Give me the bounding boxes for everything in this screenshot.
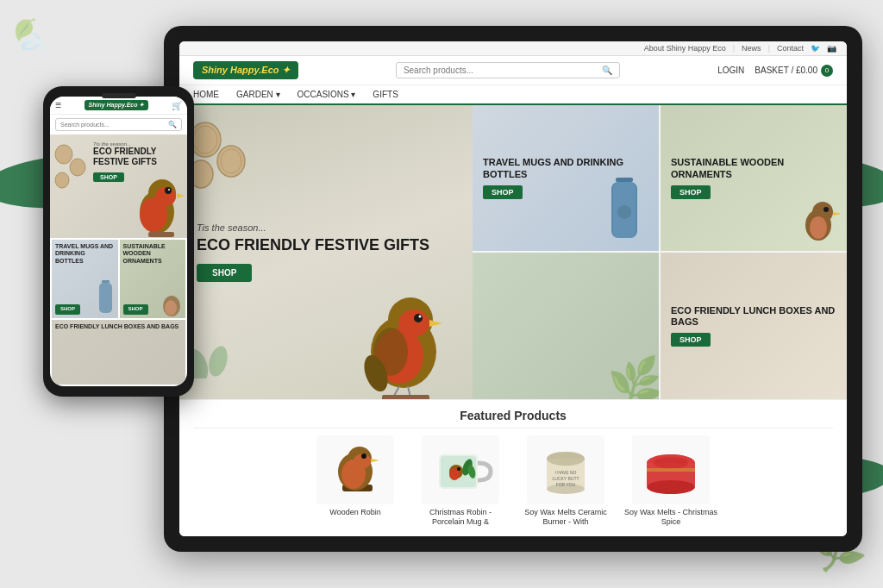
svg-rect-65 [148, 232, 174, 237]
contact-link[interactable]: Contact [777, 44, 804, 53]
phone-bird-icon [160, 289, 184, 316]
featured-products-title: Featured Products [193, 409, 833, 428]
nav-item-gifts[interactable]: GIFTS [373, 90, 398, 99]
nav-item-occasions[interactable]: OCCASIONS ▾ [297, 90, 356, 99]
svg-text:LUCKY BUTT: LUCKY BUTT [552, 476, 579, 481]
phone-device: ☰ Shiny Happy.Eco ✦ 🛒 🔍 [43, 86, 194, 397]
wood-slices-decoration [188, 118, 257, 208]
phone-header: ☰ Shiny Happy.Eco ✦ 🛒 [50, 97, 187, 115]
svg-point-0 [190, 122, 221, 157]
main-banner-heading: ECO FRIENDLY FESTIVE GIFTS [197, 236, 455, 255]
search-icon[interactable]: 🔍 [602, 66, 612, 75]
tablet-device: About Shiny Happy Eco | News | Contact 🐦… [164, 26, 862, 552]
phone-shop-button[interactable]: SHOP [93, 172, 124, 182]
main-banner-text: Tis the season... ECO FRIENDLY FESTIVE G… [197, 222, 455, 282]
search-bar-container: 🔍 [396, 62, 620, 78]
nav-item-home[interactable]: HOME [193, 90, 219, 99]
side-banner-ornaments-shop-button[interactable]: SHOP [671, 185, 711, 199]
site-logo[interactable]: Shiny Happy.Eco ✦ [193, 61, 298, 79]
utility-bar: About Shiny Happy Eco | News | Contact 🐦… [179, 41, 847, 56]
svg-rect-54 [647, 468, 695, 472]
phone-screen: ☰ Shiny Happy.Eco ✦ 🛒 🔍 [50, 97, 187, 386]
basket-count-badge: 0 [821, 65, 833, 77]
svg-point-63 [168, 189, 170, 191]
main-banner: Tis the season... ECO FRIENDLY FESTIVE G… [179, 105, 473, 399]
side-banners: TRAVEL MUGS AND DRINKING BOTTLES SHOP SU… [473, 105, 847, 399]
product-name-wooden-robin: Wooden Robin [329, 508, 380, 518]
robin-bird-image [343, 261, 464, 399]
leaf-panel-decoration: 🌿 [605, 353, 659, 399]
svg-text:I HAVE NO: I HAVE NO [555, 470, 577, 475]
product-img-soy-wax-tin [632, 435, 710, 504]
phone-cell-lunchbox-heading: ECO FRIENDLY LUNCH BOXES AND BAGS [55, 323, 182, 330]
product-card-soy-wax-tin: Soy Wax Melts - Christmas Spice [623, 435, 718, 528]
product-img-wooden-robin [316, 435, 394, 504]
side-banner-lunchbox-heading: ECO FRIENDLY LUNCH BOXES AND BAGS [671, 305, 836, 328]
product-img-christmas-mug [422, 435, 499, 504]
phone-robin-illustration [129, 160, 185, 238]
site-header: Shiny Happy.Eco ✦ 🔍 LOGIN BASKET / £0.00… [179, 56, 847, 85]
svg-point-26 [824, 207, 829, 212]
product-name-christmas-mug: Christmas Robin - Porcelain Mug & [413, 508, 508, 528]
header-actions: LOGIN BASKET / £0.00 0 [717, 65, 833, 77]
season-text: Tis the season... [197, 222, 455, 233]
svg-point-8 [398, 310, 429, 337]
logo-text: Shiny Happy.Eco ✦ [202, 65, 290, 75]
tablet-screen: About Shiny Happy Eco | News | Contact 🐦… [179, 41, 847, 536]
phone-search-input[interactable] [60, 122, 168, 128]
twitter-icon[interactable]: 🐦 [811, 44, 820, 53]
svg-rect-67 [99, 283, 112, 313]
phone-cell-mugs: TRAVEL MUGS AND DRINKING BOTTLES SHOP [52, 240, 118, 318]
nav-item-garden[interactable]: GARDEN ▾ [236, 90, 280, 99]
side-banner-mugs-shop-button[interactable]: SHOP [483, 185, 523, 199]
phone-cell-ornaments-button[interactable]: SHOP [123, 304, 148, 314]
featured-products-section: Featured Products [179, 399, 847, 536]
svg-point-9 [414, 314, 423, 322]
svg-point-53 [654, 457, 688, 469]
svg-marker-34 [371, 459, 379, 462]
login-button[interactable]: LOGIN [717, 66, 744, 75]
phone-cell-ornaments: SUSTAINABLE WOODEN ORNAMENTS SHOP [120, 240, 186, 318]
phone-search-icon[interactable]: 🔍 [168, 121, 177, 128]
svg-rect-66 [102, 280, 110, 283]
phone-logo[interactable]: Shiny Happy.Eco ✦ [85, 100, 149, 110]
svg-point-70 [165, 300, 177, 316]
svg-text:FOR YOU: FOR YOU [556, 482, 576, 487]
main-banner-shop-button[interactable]: SHOP [197, 264, 252, 282]
svg-point-2 [217, 146, 245, 177]
phone-cell-ornaments-heading: SUSTAINABLE WOODEN ORNAMENTS [123, 243, 183, 265]
page-background: 🌿 🌿 🍃 About Shiny Happy Eco | News | Con… [0, 0, 883, 588]
hero-area: Tis the season... ECO FRIENDLY FESTIVE G… [179, 105, 847, 399]
divider-2: | [768, 44, 770, 53]
basket-button[interactable]: BASKET / £0.00 0 [755, 65, 833, 77]
side-banner-lunchbox-shop-button[interactable]: SHOP [671, 333, 711, 347]
product-img-soy-wax-burner: I HAVE NO LUCKY BUTT FOR YOU [527, 435, 604, 504]
svg-point-45 [547, 452, 585, 466]
svg-point-33 [361, 454, 366, 459]
phone-menu-icon[interactable]: ☰ [55, 102, 61, 109]
search-input[interactable] [404, 66, 598, 75]
svg-rect-19 [616, 178, 633, 182]
svg-point-10 [419, 315, 422, 317]
svg-marker-11 [429, 320, 442, 327]
phone-cell-mugs-heading: TRAVEL MUGS AND DRINKING BOTTLES [55, 243, 115, 265]
phone-cell-mugs-button[interactable]: SHOP [55, 304, 80, 314]
news-link[interactable]: News [742, 44, 761, 53]
instagram-icon[interactable]: 📷 [827, 44, 836, 53]
side-banner-lunchbox: ECO FRIENDLY LUNCH BOXES AND BAGS SHOP [661, 253, 847, 398]
about-link[interactable]: About Shiny Happy Eco [644, 44, 726, 53]
decorative-leaves-panel: 🌿 [473, 253, 659, 398]
svg-point-39 [457, 467, 460, 471]
svg-point-18 [206, 344, 231, 378]
phone-bottle-icon [95, 278, 116, 316]
product-name-soy-wax-burner: Soy Wax Melts Ceramic Burner - With [518, 508, 613, 528]
product-card-soy-wax-burner: I HAVE NO LUCKY BUTT FOR YOU Soy Wax Mel… [518, 435, 613, 528]
svg-marker-64 [177, 193, 185, 198]
svg-point-22 [617, 205, 631, 219]
side-banner-ornaments: SUSTAINABLE WOODEN ORNAMENTS SHOP [661, 105, 847, 251]
phone-cart-icon[interactable]: 🛒 [172, 101, 182, 110]
svg-point-51 [647, 480, 695, 494]
phone-notch [102, 93, 136, 98]
side-banner-mugs: TRAVEL MUGS AND DRINKING BOTTLES SHOP [473, 105, 659, 251]
wooden-bird-illustration [797, 195, 840, 247]
